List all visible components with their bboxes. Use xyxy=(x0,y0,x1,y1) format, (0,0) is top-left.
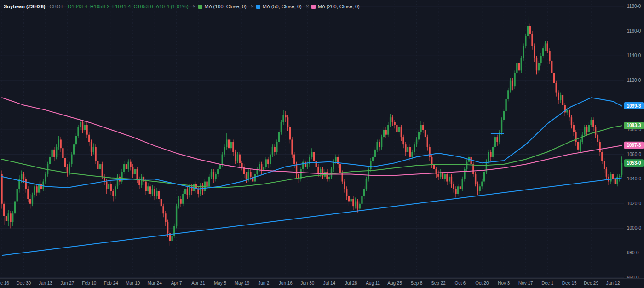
svg-text:Feb 24: Feb 24 xyxy=(104,281,119,286)
svg-text:Aug 11: Aug 11 xyxy=(366,281,380,286)
svg-text:Nov 3: Nov 3 xyxy=(498,281,510,286)
svg-text:Aug 25: Aug 25 xyxy=(387,281,402,286)
indicator-legend-ma100: × MA (100, Close, 0) xyxy=(193,3,247,10)
svg-text:960-0: 960-0 xyxy=(627,275,639,280)
change-value: Δ10-4 (1.01%) xyxy=(156,4,189,9)
trendline-drawing[interactable] xyxy=(2,178,622,256)
time-axis[interactable]: Dec 16Dec 30Jan 13Jan 27Feb 10Feb 24Mar … xyxy=(0,279,644,286)
svg-text:Mar 10: Mar 10 xyxy=(126,281,140,286)
svg-text:1067-3: 1067-3 xyxy=(627,143,641,148)
svg-text:Nov 17: Nov 17 xyxy=(518,281,533,286)
svg-text:Oct 20: Oct 20 xyxy=(475,281,489,286)
indicator-legend-ma200: × MA (200, Close, 0) xyxy=(306,3,360,10)
svg-text:1000-0: 1000-0 xyxy=(627,225,642,230)
high-value: H1058-2 xyxy=(90,4,109,9)
svg-text:Mar 24: Mar 24 xyxy=(148,281,162,286)
svg-text:1140-0: 1140-0 xyxy=(627,53,641,58)
svg-text:1020-0: 1020-0 xyxy=(627,201,642,206)
indicator-label-ma200[interactable]: MA (200, Close, 0) xyxy=(318,4,360,9)
exchange-label: CBOT xyxy=(49,4,63,9)
svg-text:May 19: May 19 xyxy=(235,281,250,286)
svg-text:Jun 16: Jun 16 xyxy=(279,281,293,286)
remove-indicator-icon[interactable]: × xyxy=(306,3,309,10)
chart-window: 1180-01160-01140-01120-01100-01080-01060… xyxy=(0,0,644,288)
svg-text:Dec 1: Dec 1 xyxy=(541,281,554,286)
indicator-label-ma50[interactable]: MA (50, Close, 0) xyxy=(263,4,302,9)
svg-text:Apr 21: Apr 21 xyxy=(191,281,205,286)
svg-text:Jan 13: Jan 13 xyxy=(39,281,52,286)
svg-text:Dec 16: Dec 16 xyxy=(0,281,9,286)
svg-text:May 5: May 5 xyxy=(214,281,227,286)
price-chart[interactable]: 1180-01160-01140-01120-01100-01080-01060… xyxy=(0,0,644,288)
candlesticks xyxy=(1,16,622,245)
svg-text:Sep 8: Sep 8 xyxy=(410,281,423,286)
svg-text:Jul 14: Jul 14 xyxy=(323,281,335,286)
svg-text:Dec 15: Dec 15 xyxy=(562,281,577,286)
svg-text:Feb 10: Feb 10 xyxy=(82,281,97,286)
open-value: O1043-4 xyxy=(68,4,87,9)
svg-text:1083-3: 1083-3 xyxy=(627,123,641,128)
symbol-title[interactable]: Soybean (ZSH26) xyxy=(4,4,45,9)
svg-text:Jun 30: Jun 30 xyxy=(300,281,314,286)
ohlc-values: O1043-4 H1058-2 L1041-4 C1053-0 Δ10-4 (1… xyxy=(68,4,189,9)
svg-text:1160-0: 1160-0 xyxy=(627,29,641,34)
svg-text:Dec 30: Dec 30 xyxy=(17,281,31,286)
price-badges: 1099-31083-31067-31053-0 xyxy=(624,102,644,167)
svg-text:980-0: 980-0 xyxy=(627,250,639,255)
svg-text:Apr 7: Apr 7 xyxy=(171,281,182,286)
indicator-label-ma100[interactable]: MA (100, Close, 0) xyxy=(205,4,247,9)
svg-text:Jun 2: Jun 2 xyxy=(258,281,270,286)
ma50-line[interactable] xyxy=(2,98,622,189)
remove-indicator-icon[interactable]: × xyxy=(251,3,254,10)
svg-text:Sep 22: Sep 22 xyxy=(431,281,446,286)
svg-text:1099-3: 1099-3 xyxy=(627,104,641,109)
svg-text:Dec 29: Dec 29 xyxy=(584,281,598,286)
ma200-line[interactable] xyxy=(2,98,622,175)
legend: Soybean (ZSH26) CBOT O1043-4 H1058-2 L10… xyxy=(4,3,360,10)
ma100-color-swatch xyxy=(198,5,202,9)
svg-text:Jan 27: Jan 27 xyxy=(60,281,74,286)
ma50-color-swatch xyxy=(256,5,260,9)
svg-text:Jul 28: Jul 28 xyxy=(345,281,357,286)
grid xyxy=(0,0,624,278)
svg-text:Oct 6: Oct 6 xyxy=(454,281,466,286)
svg-text:1040-0: 1040-0 xyxy=(627,176,642,181)
svg-text:1060-0: 1060-0 xyxy=(627,152,642,157)
svg-text:1120-0: 1120-0 xyxy=(627,78,641,83)
svg-text:1053-0: 1053-0 xyxy=(627,161,641,166)
low-value: L1041-4 xyxy=(112,4,131,9)
svg-text:Jan 12: Jan 12 xyxy=(606,281,620,286)
close-value: C1053-0 xyxy=(133,4,153,9)
ma200-color-swatch xyxy=(311,5,316,9)
svg-text:1180-0: 1180-0 xyxy=(627,4,641,9)
indicator-legend-ma50: × MA (50, Close, 0) xyxy=(251,3,302,10)
remove-indicator-icon[interactable]: × xyxy=(193,3,196,10)
